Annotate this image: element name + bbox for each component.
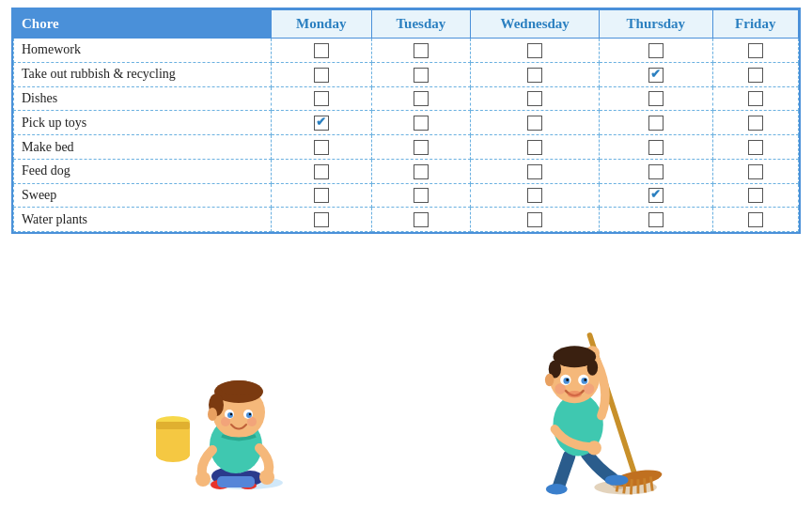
check-thursday-2[interactable]	[600, 86, 712, 111]
check-tuesday-0[interactable]	[371, 39, 471, 63]
chore-name: Homework	[14, 39, 272, 63]
svg-point-55	[568, 391, 582, 398]
svg-line-38	[645, 478, 646, 492]
table-row: Make bed	[14, 135, 799, 160]
checkbox[interactable]	[314, 68, 329, 83]
checkbox[interactable]	[314, 212, 329, 227]
checkbox[interactable]	[527, 91, 542, 106]
table-row: Homework	[14, 39, 799, 63]
check-monday-1[interactable]	[271, 62, 371, 86]
check-thursday-0[interactable]	[600, 39, 712, 63]
check-tuesday-3[interactable]	[371, 111, 471, 135]
checkbox[interactable]	[648, 43, 664, 58]
check-monday-0[interactable]	[271, 39, 371, 63]
checkbox[interactable]	[648, 68, 664, 83]
svg-point-25	[221, 417, 230, 426]
checkbox[interactable]	[414, 43, 429, 58]
checkbox[interactable]	[314, 140, 329, 155]
check-monday-4[interactable]	[271, 135, 371, 160]
checkbox[interactable]	[648, 140, 664, 155]
svg-rect-3	[156, 422, 190, 429]
header-chore: Chore	[14, 10, 272, 39]
check-wednesday-2[interactable]	[471, 86, 600, 111]
check-friday-1[interactable]	[712, 62, 798, 86]
checkbox[interactable]	[748, 140, 763, 155]
chore-name: Sweep	[14, 183, 272, 208]
check-thursday-5[interactable]	[600, 159, 712, 183]
check-monday-7[interactable]	[271, 208, 371, 232]
check-tuesday-5[interactable]	[371, 159, 471, 183]
check-friday-6[interactable]	[712, 183, 798, 208]
check-wednesday-0[interactable]	[471, 39, 600, 63]
check-friday-3[interactable]	[712, 111, 798, 135]
check-friday-7[interactable]	[712, 208, 798, 232]
check-thursday-7[interactable]	[600, 208, 712, 232]
svg-point-26	[247, 417, 257, 426]
check-tuesday-7[interactable]	[371, 208, 471, 232]
table-row: Feed dog	[14, 159, 799, 183]
check-monday-5[interactable]	[271, 159, 371, 183]
check-wednesday-3[interactable]	[471, 111, 600, 135]
checkbox[interactable]	[414, 68, 429, 83]
check-monday-2[interactable]	[271, 86, 371, 111]
check-tuesday-4[interactable]	[371, 135, 471, 160]
svg-point-17	[220, 380, 258, 395]
checkbox[interactable]	[314, 188, 329, 203]
table-row: Sweep	[14, 183, 799, 208]
checkbox[interactable]	[748, 91, 763, 106]
checkbox[interactable]	[414, 188, 429, 203]
checkbox[interactable]	[414, 140, 429, 155]
check-tuesday-6[interactable]	[371, 183, 471, 208]
check-monday-3[interactable]	[271, 111, 371, 135]
checkbox[interactable]	[648, 116, 664, 131]
checkbox[interactable]	[314, 43, 329, 58]
checkbox[interactable]	[527, 68, 542, 83]
check-friday-4[interactable]	[712, 135, 798, 160]
checkbox[interactable]	[748, 43, 763, 58]
checkbox[interactable]	[414, 116, 429, 131]
checkbox[interactable]	[314, 91, 329, 106]
check-friday-2[interactable]	[712, 86, 798, 111]
svg-rect-13	[217, 476, 255, 487]
checkbox[interactable]	[648, 212, 664, 227]
checkbox[interactable]	[314, 116, 329, 131]
svg-line-39	[650, 477, 652, 491]
check-wednesday-7[interactable]	[471, 208, 600, 232]
checkbox[interactable]	[748, 164, 763, 179]
checkbox[interactable]	[527, 164, 542, 179]
check-friday-5[interactable]	[712, 159, 798, 183]
checkbox[interactable]	[527, 43, 542, 58]
check-thursday-4[interactable]	[600, 135, 712, 160]
chore-name: Make bed	[14, 135, 272, 160]
checkbox[interactable]	[648, 188, 664, 203]
check-thursday-1[interactable]	[600, 62, 712, 86]
checkbox[interactable]	[748, 188, 763, 203]
check-wednesday-1[interactable]	[471, 62, 600, 86]
checkbox[interactable]	[527, 116, 542, 131]
chore-table: Chore Monday Tuesday Wednesday Thursday …	[13, 9, 799, 232]
checkbox[interactable]	[648, 91, 664, 106]
checkbox[interactable]	[414, 212, 429, 227]
checkbox[interactable]	[527, 188, 542, 203]
checkbox[interactable]	[527, 140, 542, 155]
checkbox[interactable]	[414, 164, 429, 179]
check-monday-6[interactable]	[271, 183, 371, 208]
check-wednesday-4[interactable]	[471, 135, 600, 160]
check-tuesday-2[interactable]	[371, 86, 471, 111]
check-wednesday-5[interactable]	[471, 159, 600, 183]
check-wednesday-6[interactable]	[471, 183, 600, 208]
checkbox[interactable]	[648, 164, 664, 179]
checkbox[interactable]	[748, 116, 763, 131]
checkbox[interactable]	[748, 212, 763, 227]
svg-point-44	[587, 441, 601, 455]
checkbox[interactable]	[748, 68, 763, 83]
check-tuesday-1[interactable]	[371, 62, 471, 86]
checkbox[interactable]	[314, 164, 329, 179]
svg-point-58	[584, 384, 594, 394]
checkbox[interactable]	[527, 212, 542, 227]
check-thursday-3[interactable]	[600, 111, 712, 135]
check-thursday-6[interactable]	[600, 183, 712, 208]
checkbox[interactable]	[414, 91, 429, 106]
check-friday-0[interactable]	[712, 39, 798, 63]
header-wednesday: Wednesday	[471, 10, 600, 39]
